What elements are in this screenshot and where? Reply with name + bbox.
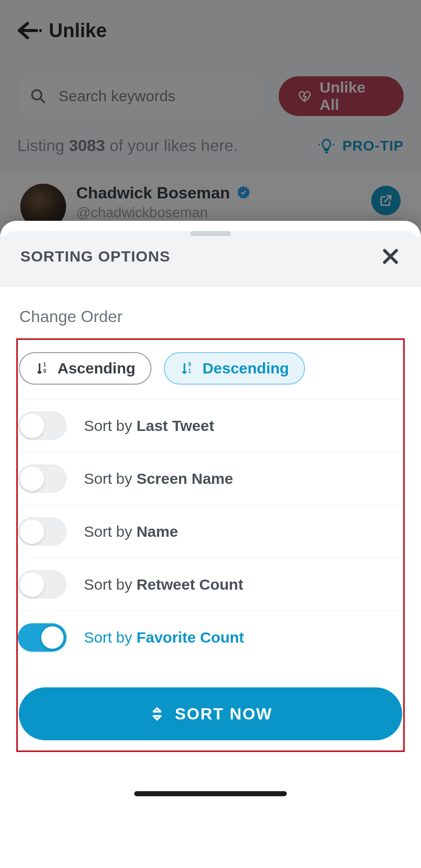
close-icon (380, 246, 401, 267)
sort-options-list: Sort by Last TweetSort by Screen NameSor… (18, 399, 403, 664)
sort-option-row: Sort by Name (18, 505, 403, 558)
sort-option-row: Sort by Favorite Count (18, 611, 403, 664)
change-order-label: Change Order (19, 307, 405, 326)
sort-option-label: Sort by Last Tweet (84, 417, 214, 435)
sort-now-button[interactable]: SORT NOW (19, 687, 402, 740)
sort-option-row: Sort by Retweet Count (18, 558, 403, 611)
order-chips: 1 9 Ascending 9 1 Descending (19, 352, 402, 399)
sort-option-label: Sort by Screen Name (84, 470, 233, 487)
sort-option-toggle[interactable] (18, 412, 67, 440)
close-button[interactable] (380, 246, 401, 267)
svg-text:1: 1 (189, 368, 192, 374)
svg-text:9: 9 (43, 368, 46, 374)
sort-option-row: Sort by Screen Name (18, 452, 403, 505)
sort-option-label: Sort by Retweet Count (84, 576, 243, 593)
svg-text:9: 9 (189, 362, 192, 367)
descending-label: Descending (202, 360, 289, 377)
ascending-chip[interactable]: 1 9 Ascending (19, 352, 152, 385)
ascending-label: Ascending (57, 360, 135, 377)
svg-text:1: 1 (43, 362, 46, 367)
descending-chip[interactable]: 9 1 Descending (164, 352, 305, 385)
sort-option-toggle[interactable] (18, 517, 67, 546)
sort-option-toggle[interactable] (18, 570, 67, 599)
sort-now-label: SORT NOW (175, 705, 273, 724)
sort-descending-icon: 9 1 (180, 361, 195, 376)
sort-option-toggle[interactable] (18, 623, 67, 652)
sort-option-toggle[interactable] (18, 465, 67, 493)
sort-option-label: Sort by Name (84, 523, 178, 540)
sort-option-label: Sort by Favorite Count (84, 629, 244, 646)
sort-icon (148, 705, 166, 722)
sort-ascending-icon: 1 9 (35, 361, 50, 376)
sorting-sheet: SORTING OPTIONS Change Order 1 9 Asce (0, 221, 421, 868)
highlight-box: 1 9 Ascending 9 1 Descending (16, 338, 405, 752)
sheet-title: SORTING OPTIONS (20, 248, 170, 265)
sort-option-row: Sort by Last Tweet (18, 399, 403, 452)
home-indicator (134, 791, 287, 796)
sheet-drag-handle[interactable] (190, 231, 231, 236)
